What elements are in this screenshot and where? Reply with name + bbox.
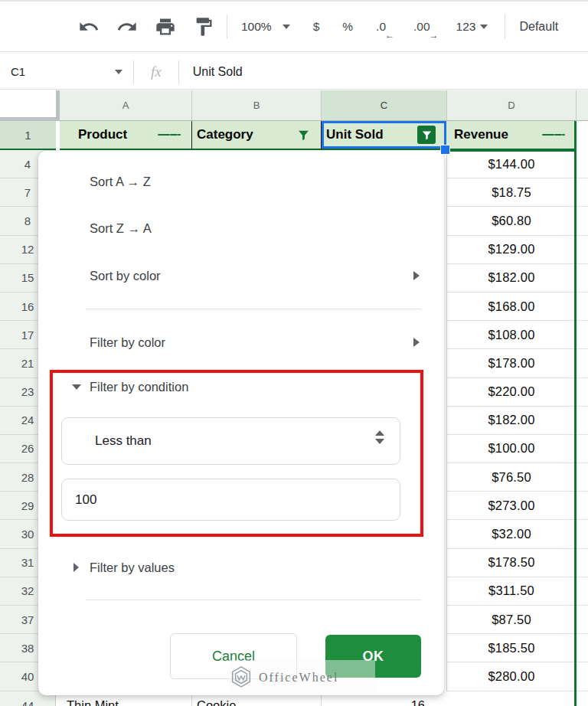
empty-cell[interactable]	[576, 293, 588, 321]
active-filter-funnel-icon[interactable]	[417, 126, 436, 144]
cell-revenue[interactable]: $280.00	[446, 662, 576, 691]
cell-revenue[interactable]: $273.00	[446, 492, 576, 520]
cell-revenue[interactable]: $182.00	[446, 407, 576, 435]
increase-decimal-button[interactable]: .00 →	[413, 20, 430, 34]
revenue-header-label: Revenue	[454, 127, 508, 142]
paint-format-icon[interactable]	[193, 16, 214, 38]
category-header-label: Category	[197, 127, 253, 142]
filter-by-values-label: Filter by values	[90, 561, 175, 575]
zoom-value: 100%	[241, 20, 272, 34]
unit-sold-header-label: Unit Sold	[326, 127, 384, 142]
decrease-decimal-button[interactable]: .0 ←	[376, 20, 386, 34]
format-currency-button[interactable]: $	[313, 20, 320, 34]
menu-divider	[86, 600, 421, 600]
font-selector[interactable]: Default	[519, 20, 558, 34]
row-header-1[interactable]: 1	[0, 121, 56, 150]
empty-cell[interactable]	[576, 150, 588, 178]
cell-revenue[interactable]: $185.50	[446, 634, 576, 662]
cell-revenue[interactable]: $87.50	[446, 606, 576, 634]
empty-cell[interactable]	[576, 236, 588, 264]
section-filter-by-condition[interactable]: Filter by condition	[38, 371, 444, 402]
empty-cell[interactable]	[576, 378, 588, 407]
filter-lines-icon[interactable]	[158, 132, 181, 138]
cell-revenue[interactable]: $76.50	[446, 463, 576, 492]
cell-revenue[interactable]: $108.00	[446, 321, 576, 349]
cell-revenue[interactable]: $178.00	[446, 349, 576, 378]
column-header-e[interactable]	[576, 90, 588, 121]
filter-by-condition-label: Filter by condition	[90, 380, 188, 394]
empty-cell[interactable]	[576, 349, 588, 378]
cell-revenue[interactable]: $182.00	[446, 264, 576, 293]
increase-decimal-label: .00	[413, 20, 430, 33]
empty-cell[interactable]	[576, 207, 588, 235]
formula-input[interactable]: Unit Sold	[179, 65, 243, 79]
cell-revenue[interactable]: $168.00	[446, 293, 576, 321]
select-spinner-icon	[375, 430, 384, 444]
column-header-c[interactable]: C	[321, 90, 446, 121]
product-header-label: Product	[78, 127, 127, 142]
fill-handle[interactable]	[440, 145, 450, 155]
zoom-control[interactable]: 100%	[241, 20, 290, 34]
menu-item-filter-by-color[interactable]: Filter by color	[38, 325, 444, 360]
empty-cell[interactable]	[576, 577, 588, 606]
filter-lines-icon[interactable]	[542, 132, 565, 138]
empty-cell[interactable]	[576, 549, 588, 577]
column-header-d[interactable]: D	[446, 90, 576, 121]
select-all-corner[interactable]	[0, 90, 60, 121]
print-icon[interactable]	[155, 16, 176, 38]
cell-revenue[interactable]: $144.00	[446, 150, 576, 178]
empty-cell[interactable]	[576, 606, 588, 634]
format-percent-button[interactable]: %	[342, 20, 353, 34]
chevron-down-icon[interactable]	[115, 70, 122, 74]
cell-b1-category[interactable]: Category	[191, 121, 321, 150]
cell-revenue[interactable]: $100.00	[446, 435, 576, 463]
cell-c1-unit-sold-selected[interactable]: Unit Sold	[321, 121, 446, 150]
empty-cell[interactable]	[576, 178, 588, 207]
arrow-left-icon: ←	[385, 30, 394, 41]
cell-revenue[interactable]: $32.00	[446, 520, 576, 548]
toolbar: 100% $ % .0 ← .00 → 123 Default	[0, 0, 588, 52]
undo-icon[interactable]	[78, 16, 100, 38]
ok-button[interactable]: OK	[325, 635, 421, 678]
menu-item-sort-by-color[interactable]: Sort by color	[38, 258, 444, 293]
empty-cell[interactable]	[576, 492, 588, 520]
empty-cell[interactable]	[576, 321, 588, 349]
revenue-column: $144.00$18.75$60.80$129.00$182.00$168.00…	[446, 150, 576, 706]
cell-revenue[interactable]: $178.50	[446, 549, 576, 577]
menu-item-sort-za[interactable]: Sort Z → A	[38, 211, 444, 246]
cell-revenue[interactable]: $311.50	[446, 577, 576, 606]
redo-icon[interactable]	[116, 16, 138, 38]
empty-cell[interactable]	[576, 634, 588, 662]
condition-value-input[interactable]	[61, 479, 400, 521]
empty-cell[interactable]	[576, 264, 588, 293]
empty-cell[interactable]	[576, 463, 588, 492]
cell-revenue[interactable]: $18.75	[446, 178, 576, 207]
empty-cell[interactable]	[576, 520, 588, 548]
condition-select[interactable]: Less than	[61, 417, 400, 465]
cell-revenue[interactable]: $220.00	[446, 378, 576, 407]
empty-cell[interactable]	[576, 407, 588, 435]
funnel-icon[interactable]	[297, 129, 310, 142]
empty-cell[interactable]	[576, 435, 588, 463]
expand-caret-icon	[72, 384, 81, 390]
column-header-b[interactable]: B	[191, 90, 321, 121]
chevron-down-icon	[283, 25, 290, 29]
filter-range-border-top	[446, 150, 576, 152]
condition-select-value: Less than	[95, 433, 152, 449]
number-format-button[interactable]: 123	[456, 20, 488, 34]
cell-a1-product[interactable]: Product	[60, 121, 191, 150]
column-header-a[interactable]: A	[60, 90, 191, 121]
empty-cell[interactable]	[576, 662, 588, 691]
name-box[interactable]: C1	[0, 65, 115, 78]
chevron-down-icon	[480, 25, 488, 29]
toolbar-separator	[505, 15, 505, 39]
sort-by-color-label: Sort by color	[90, 269, 161, 283]
cell-revenue[interactable]: $129.00	[446, 236, 576, 264]
submenu-arrow-icon	[413, 271, 420, 280]
menu-item-sort-az[interactable]: Sort A → Z	[38, 164, 444, 199]
cell-revenue[interactable]: $60.80	[446, 207, 576, 235]
cell-d1-revenue[interactable]: Revenue	[446, 121, 576, 150]
section-filter-by-values[interactable]: Filter by values	[38, 552, 444, 583]
cancel-button[interactable]: Cancel	[170, 633, 297, 679]
fx-icon: fx	[134, 64, 178, 80]
